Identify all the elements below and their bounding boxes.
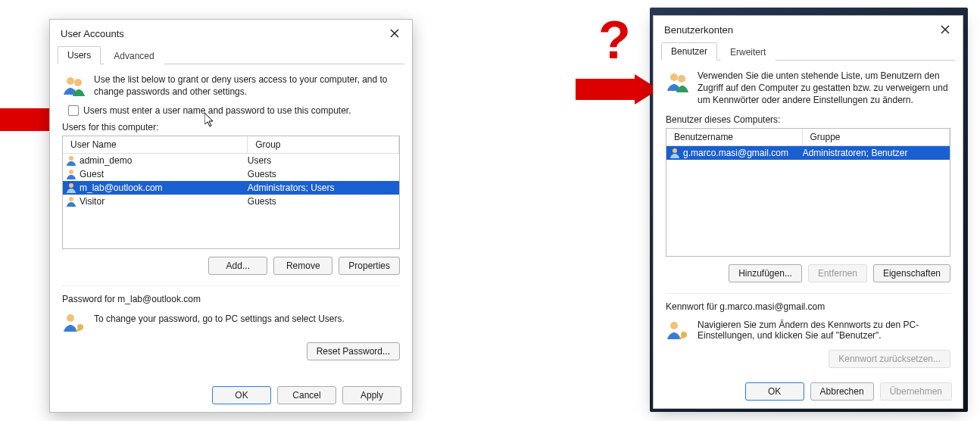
reset-password-button: Kennwort zurücksetzen... bbox=[829, 350, 950, 368]
svg-point-20 bbox=[681, 332, 687, 338]
user-icon bbox=[66, 155, 76, 166]
properties-button[interactable]: Properties bbox=[339, 257, 400, 275]
user-accounts-dialog-de: Benutzerkonten Benutzer Erweitert Verwen… bbox=[653, 15, 963, 409]
checkbox-label: Users must enter a user name and passwor… bbox=[83, 105, 351, 116]
svg-point-12 bbox=[77, 324, 83, 330]
svg-point-16 bbox=[670, 73, 678, 81]
cancel-button[interactable]: Abbrechen bbox=[810, 382, 874, 401]
user-list[interactable]: Benutzername Gruppe g.marco.masi@gmail.c… bbox=[666, 128, 950, 257]
svg-point-8 bbox=[69, 170, 73, 174]
users-for-label: Benutzer dieses Computers: bbox=[666, 114, 950, 125]
add-button[interactable]: Add... bbox=[208, 257, 267, 275]
close-button[interactable] bbox=[385, 26, 404, 41]
properties-button[interactable]: Eigenschaften bbox=[873, 264, 950, 282]
password-section-header: Kennwort für g.marco.masi@gmail.com bbox=[666, 301, 950, 312]
svg-point-18 bbox=[673, 148, 677, 153]
user-icon bbox=[66, 182, 76, 193]
column-header-name[interactable]: Benutzername bbox=[666, 129, 803, 145]
password-instructions: To change your password, go to PC settin… bbox=[94, 310, 345, 324]
column-header-name[interactable]: User Name bbox=[63, 136, 248, 153]
user-icon bbox=[669, 148, 680, 158]
svg-point-17 bbox=[678, 75, 685, 83]
annotation-arrow-right-group: ? bbox=[576, 14, 659, 112]
annotation-question-mark: ? bbox=[598, 14, 631, 67]
list-item[interactable]: g.marco.masi@gmail.com Administratoren; … bbox=[666, 146, 950, 160]
svg-point-10 bbox=[69, 197, 73, 201]
list-item[interactable]: admin_demo Users bbox=[63, 154, 399, 167]
intro-text: Verwenden Sie die unten stehende Liste, … bbox=[698, 70, 950, 107]
svg-point-7 bbox=[69, 156, 73, 161]
user-icon bbox=[66, 196, 76, 207]
svg-marker-1 bbox=[576, 74, 659, 104]
svg-point-4 bbox=[67, 77, 74, 85]
close-icon bbox=[941, 25, 950, 34]
svg-rect-21 bbox=[679, 337, 684, 338]
apply-button: Übernehmen bbox=[880, 382, 952, 401]
svg-point-19 bbox=[670, 322, 678, 329]
add-button[interactable]: Hinzufügen... bbox=[729, 264, 802, 282]
svg-point-9 bbox=[69, 183, 73, 188]
remove-button: Entfernen bbox=[808, 264, 867, 282]
apply-button[interactable]: Apply bbox=[342, 386, 401, 404]
dialog-title: Benutzerkonten bbox=[664, 24, 733, 36]
cancel-button[interactable]: Cancel bbox=[277, 386, 336, 404]
svg-rect-13 bbox=[76, 329, 80, 331]
column-header-group[interactable]: Gruppe bbox=[803, 129, 950, 145]
dialog-title: User Accounts bbox=[61, 28, 124, 39]
user-accounts-dialog-en: User Accounts Users Advanced Use the lis… bbox=[49, 19, 413, 413]
user-icon bbox=[66, 169, 76, 179]
users-for-label: Users for this computer: bbox=[62, 122, 400, 133]
key-user-icon bbox=[62, 310, 86, 335]
tab-advanced[interactable]: Erweitert bbox=[720, 43, 776, 61]
list-item[interactable]: Guest Guests bbox=[63, 167, 399, 181]
key-user-icon bbox=[666, 318, 690, 342]
intro-text: Use the list below to grant or deny user… bbox=[94, 73, 400, 98]
password-section-header: Password for m_lab@outlook.com bbox=[62, 294, 400, 304]
close-icon bbox=[390, 29, 399, 38]
svg-point-5 bbox=[74, 79, 82, 86]
ok-button[interactable]: OK bbox=[745, 382, 804, 401]
password-instructions: Navigieren Sie zum Ändern des Kennworts … bbox=[698, 318, 950, 341]
reset-password-button[interactable]: Reset Password... bbox=[307, 342, 400, 360]
tab-advanced[interactable]: Advanced bbox=[104, 47, 164, 65]
list-item[interactable]: m_lab@outlook.com Administrators; Users bbox=[63, 181, 399, 195]
tab-users[interactable]: Benutzer bbox=[661, 42, 717, 61]
user-list[interactable]: User Name Group admin_demo Users Guest G… bbox=[62, 136, 400, 249]
tab-users[interactable]: Users bbox=[58, 46, 101, 64]
close-button[interactable] bbox=[935, 22, 955, 37]
ok-button[interactable]: OK bbox=[212, 386, 271, 404]
users-icon bbox=[62, 73, 86, 98]
svg-point-11 bbox=[67, 314, 74, 322]
list-item[interactable]: Visitor Guests bbox=[63, 195, 399, 208]
column-header-group[interactable]: Group bbox=[248, 136, 399, 153]
remove-button[interactable]: Remove bbox=[273, 257, 332, 275]
must-enter-password-checkbox[interactable] bbox=[68, 105, 79, 116]
users-icon bbox=[666, 70, 690, 94]
